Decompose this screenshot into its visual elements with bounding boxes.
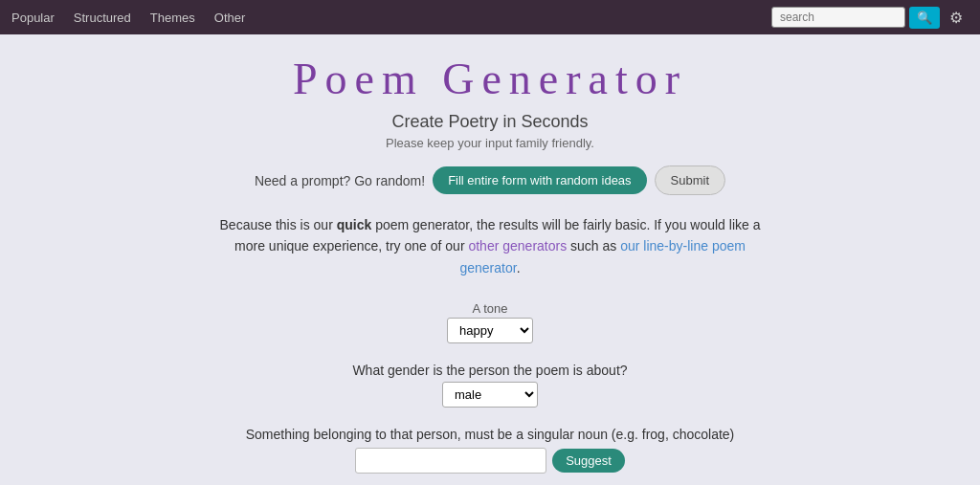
other-generators-link[interactable]: other generators	[468, 238, 567, 254]
nav-items: Popular Structured Themes Other	[11, 5, 771, 31]
nav-other[interactable]: Other	[214, 5, 246, 31]
navigation: Popular Structured Themes Other 🔍 ⚙	[0, 0, 980, 34]
nav-structured[interactable]: Structured	[74, 5, 131, 31]
page-title: Poem Generator	[122, 54, 858, 104]
tone-select[interactable]: happy sad romantic funny serious	[447, 318, 533, 343]
search-area: 🔍 ⚙	[771, 5, 969, 31]
tone-section: A tone happy sad romantic funny serious	[122, 301, 858, 343]
noun-label: Something belonging to that person, must…	[122, 427, 858, 442]
description: Because this is our quick poem generator…	[212, 214, 768, 278]
subtitle: Create Poetry in Seconds	[122, 112, 858, 132]
noun-section: Something belonging to that person, must…	[122, 427, 858, 474]
submit-button[interactable]: Submit	[655, 165, 725, 195]
search-input[interactable]	[771, 7, 905, 28]
bold-quick: quick	[337, 217, 372, 232]
random-label: Need a prompt? Go random!	[255, 173, 425, 188]
random-row: Need a prompt? Go random! Fill entire fo…	[122, 165, 858, 195]
search-button[interactable]: 🔍	[909, 7, 940, 29]
noun-input[interactable]	[355, 448, 546, 474]
friendly-note: Please keep your input family friendly.	[122, 136, 858, 150]
gender-label: What gender is the person the poem is ab…	[122, 363, 858, 378]
gender-select[interactable]: male female non-binary	[442, 382, 538, 408]
noun-input-row: Suggest	[122, 448, 858, 474]
tone-label: A tone	[122, 301, 858, 316]
gender-section: What gender is the person the poem is ab…	[122, 363, 858, 408]
nav-themes[interactable]: Themes	[150, 5, 195, 31]
nav-popular[interactable]: Popular	[11, 5, 55, 31]
main-content: Poem Generator Create Poetry in Seconds …	[107, 34, 873, 485]
fill-random-button[interactable]: Fill entire form with random ideas	[433, 166, 646, 194]
menu-icon[interactable]: ⚙	[944, 5, 969, 31]
noun-suggest-button[interactable]: Suggest	[552, 449, 625, 473]
